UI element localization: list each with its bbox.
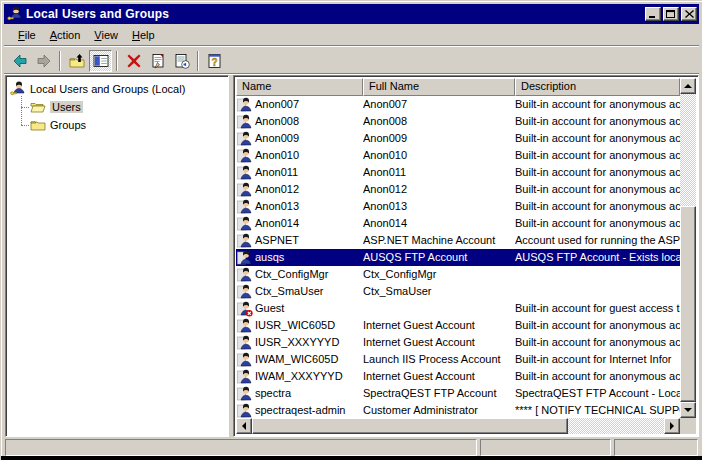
table-row[interactable]: Anon013 Anon013 Built-in account for ano… (236, 198, 680, 215)
user-name: Anon010 (255, 147, 299, 164)
description-cell: Built-in account for anonymous ac (515, 130, 680, 147)
toolbar: ? (4, 48, 699, 74)
vertical-scrollbar[interactable] (680, 78, 696, 418)
user-name-cell: spectraqest-admin (236, 402, 363, 418)
menu-help[interactable]: Help (125, 27, 162, 43)
user-icon (237, 114, 253, 130)
table-row[interactable]: Guest Built-in account for guest access … (236, 300, 680, 317)
menu-file[interactable]: File (11, 27, 43, 43)
table-row[interactable]: Anon008 Anon008 Built-in account for ano… (236, 113, 680, 130)
tree-root-local-users-and-groups[interactable]: Local Users and Groups (Local) (10, 80, 226, 98)
table-row[interactable]: IWAM_XXXYYYD Internet Guest Account Buil… (236, 368, 680, 385)
user-icon (237, 97, 253, 113)
user-name: Anon014 (255, 215, 299, 232)
up-one-level-button[interactable] (65, 50, 88, 72)
tree-root-label: Local Users and Groups (Local) (30, 83, 185, 95)
full-name-cell: SpectraQEST FTP Account (363, 385, 515, 402)
delete-button[interactable] (122, 50, 145, 72)
properties-button[interactable] (146, 50, 169, 72)
user-name: ASPNET (255, 232, 299, 249)
open-folder-icon (30, 99, 46, 115)
user-icon (237, 182, 253, 198)
description-cell: Built-in account for anonymous ac (515, 147, 680, 164)
up-folder-icon (69, 53, 85, 69)
help-button[interactable]: ? (203, 50, 226, 72)
table-row[interactable]: IWAM_WIC605D Launch IIS Process Account … (236, 351, 680, 368)
user-icon (237, 233, 253, 249)
status-bar (5, 439, 698, 456)
table-row[interactable]: Anon011 Anon011 Built-in account for ano… (236, 164, 680, 181)
minimize-button[interactable] (645, 7, 661, 21)
menu-view[interactable]: View (87, 27, 125, 43)
user-icon (237, 403, 253, 419)
close-button[interactable] (681, 7, 697, 21)
description-cell: Built-in account for Internet Infor (515, 351, 680, 368)
user-name: IUSR_XXXYYYD (255, 334, 339, 351)
user-name-cell: Anon014 (236, 215, 363, 232)
table-row[interactable]: spectraqest-admin Customer Administrator… (236, 402, 680, 418)
table-row[interactable]: Anon014 Anon014 Built-in account for ano… (236, 215, 680, 232)
table-row[interactable]: Anon009 Anon009 Built-in account for ano… (236, 130, 680, 147)
user-name-cell: Ctx_ConfigMgr (236, 266, 363, 283)
tree-item-groups[interactable]: Groups (18, 116, 226, 134)
user-name-cell: IUSR_XXXYYYD (236, 334, 363, 351)
table-row[interactable]: ASPNET ASP.NET Machine Account Account u… (236, 232, 680, 249)
scroll-down-button[interactable] (680, 402, 696, 418)
forward-button[interactable] (32, 50, 55, 72)
scroll-left-button[interactable] (236, 418, 252, 434)
horizontal-scrollbar[interactable] (236, 418, 680, 434)
table-row[interactable]: Anon010 Anon010 Built-in account for ano… (236, 147, 680, 164)
scroll-right-button[interactable] (664, 418, 680, 434)
table-row[interactable]: IUSR_XXXYYYD Internet Guest Account Buil… (236, 334, 680, 351)
user-name: Ctx_ConfigMgr (255, 266, 328, 283)
tree-children: Users Groups (18, 98, 226, 134)
column-header-full-name[interactable]: Full Name (363, 78, 515, 96)
description-cell: Built-in account for anonymous ac (515, 215, 680, 232)
user-name: Anon007 (255, 96, 299, 113)
full-name-cell: Customer Administrator (363, 402, 515, 418)
user-name: spectra (255, 385, 291, 402)
description-cell: Built-in account for anonymous ac (515, 368, 680, 385)
show-hide-console-tree-button[interactable] (89, 50, 112, 72)
user-icon (237, 301, 253, 317)
tree-item-users-label: Users (50, 101, 83, 113)
table-row[interactable]: Ctx_ConfigMgr Ctx_ConfigMgr (236, 266, 680, 283)
delete-x-icon (127, 54, 141, 68)
toolbar-separator (197, 51, 199, 71)
export-list-button[interactable] (170, 50, 193, 72)
close-icon (685, 10, 694, 18)
user-list-body: Anon007 Anon007 Built-in account for ano… (236, 96, 680, 418)
user-icon (237, 165, 253, 181)
user-name-cell: IUSR_WIC605D (236, 317, 363, 334)
menu-action[interactable]: Action (43, 27, 88, 43)
scroll-up-icon (684, 84, 692, 88)
table-row[interactable]: Anon007 Anon007 Built-in account for ano… (236, 96, 680, 113)
horizontal-scrollbar-thumb[interactable] (252, 418, 568, 434)
user-name: spectraqest-admin (255, 402, 346, 418)
user-icon (237, 216, 253, 232)
scroll-up-button[interactable] (680, 78, 696, 94)
table-row[interactable]: Anon012 Anon012 Built-in account for ano… (236, 181, 680, 198)
user-icon (237, 386, 253, 402)
maximize-button[interactable] (663, 7, 679, 21)
svg-text:?: ? (211, 56, 217, 67)
user-name: Anon011 (255, 164, 298, 181)
table-row[interactable]: Ctx_SmaUser Ctx_SmaUser (236, 283, 680, 300)
column-header-description[interactable]: Description (515, 78, 680, 96)
help-icon: ? (207, 53, 223, 69)
scroll-right-icon (670, 422, 674, 430)
tree-item-users[interactable]: Users (18, 98, 226, 116)
user-name-cell: Anon007 (236, 96, 363, 113)
vertical-scrollbar-thumb[interactable] (680, 206, 696, 402)
table-row[interactable]: ausqs AUSQS FTP Account AUSQS FTP Accoun… (236, 249, 680, 266)
table-row[interactable]: spectra SpectraQEST FTP Account SpectraQ… (236, 385, 680, 402)
user-name: Guest (255, 300, 284, 317)
snapin-root-icon (10, 81, 26, 97)
full-name-cell: ASP.NET Machine Account (363, 232, 515, 249)
full-name-cell: Anon011 (363, 164, 515, 181)
back-button[interactable] (8, 50, 31, 72)
user-name-cell: Guest (236, 300, 363, 317)
column-header-name[interactable]: Name (236, 78, 363, 96)
table-row[interactable]: IUSR_WIC605D Internet Guest Account Buil… (236, 317, 680, 334)
user-icon (237, 284, 253, 300)
